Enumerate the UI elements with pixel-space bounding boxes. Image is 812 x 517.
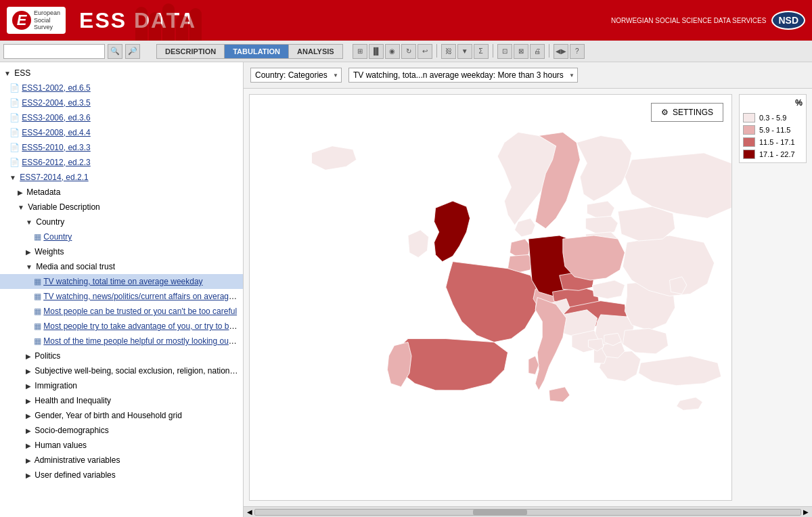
- tree-health[interactable]: ▶ Health and Inequality: [0, 393, 243, 408]
- grid-icon-tv-news: ▦: [34, 292, 41, 301]
- tree-country-group-label[interactable]: Country: [36, 217, 64, 227]
- tree-tv-news[interactable]: ▦ TV watching, news/politics/current aff…: [0, 289, 243, 304]
- tree-vardesc-label[interactable]: Variable Description: [28, 202, 100, 212]
- print-icon-btn[interactable]: 🖨: [530, 44, 545, 59]
- nav-icon-btn[interactable]: ◀▶: [554, 44, 568, 59]
- tree-weights-label[interactable]: Weights: [35, 247, 64, 256]
- tree-user-label[interactable]: User defined variables: [35, 470, 115, 480]
- country-slovakia: [593, 280, 625, 298]
- tree-ess6-label[interactable]: ESS6-2012, ed.2.3: [22, 158, 90, 167]
- pie-chart-icon-btn[interactable]: ◉: [385, 44, 400, 59]
- grid-icon-trust: ▦: [34, 307, 41, 316]
- tree-trust[interactable]: ▦ Most people can be trusted or you can'…: [0, 304, 243, 319]
- tree-gender-label[interactable]: Gender, Year of birth and Household grid: [35, 411, 182, 420]
- tree-country-group[interactable]: ▼ Country: [0, 215, 243, 229]
- refresh-icon-btn[interactable]: ↻: [401, 44, 416, 59]
- tree-country-label[interactable]: Country: [43, 232, 72, 242]
- tree-ess4[interactable]: 📄 ESS4-2008, ed.4.4: [0, 125, 243, 140]
- tree-weights[interactable]: ▶ Weights: [0, 244, 243, 259]
- scroll-right-btn[interactable]: ▶: [801, 508, 811, 516]
- tv-filter[interactable]: TV watching, tota...n average weekday: M…: [348, 68, 578, 83]
- bar-chart-icon-btn[interactable]: ▐▌: [369, 44, 384, 59]
- tree-advantage[interactable]: ▦ Most people try to take advantage of y…: [0, 319, 243, 334]
- legend-item-2: 5.9 - 11.5: [743, 125, 803, 135]
- tree-tv-total-label[interactable]: TV watching, total time on average weekd…: [43, 277, 202, 286]
- country-estonia: [587, 201, 614, 218]
- tab-analysis[interactable]: ANALYSIS: [289, 45, 342, 58]
- scroll-track[interactable]: [254, 509, 801, 516]
- tree-user-defined[interactable]: ▶ User defined variables: [0, 468, 243, 482]
- header-right: NORWEGIAN SOCIAL SCIENCE DATA SERVICES N…: [611, 0, 805, 41]
- tree-politics-toggle: ▶: [26, 353, 31, 360]
- country-bulgaria: [623, 328, 668, 354]
- tree-trust-label[interactable]: Most people can be trusted or you can't …: [43, 307, 237, 316]
- tree-ess2-label[interactable]: ESS2-2004, ed.3.5: [22, 98, 90, 108]
- undo-icon-btn[interactable]: ↩: [418, 44, 432, 59]
- export-icon-btn[interactable]: ⊡: [497, 44, 512, 59]
- tree-tv-news-label[interactable]: TV watching, news/politics/current affai…: [43, 292, 243, 301]
- tree-admin[interactable]: ▶ Administrative variables: [0, 453, 243, 468]
- legend-label-4: 17.1 - 22.7: [759, 150, 795, 158]
- scroll-left-btn[interactable]: ◀: [245, 508, 254, 516]
- tree-politics[interactable]: ▶ Politics: [0, 349, 243, 363]
- tree-tv-total[interactable]: ▦ TV watching, total time on average wee…: [0, 274, 243, 289]
- tree-socio[interactable]: ▶ Socio-demographics: [0, 423, 243, 438]
- legend: % 0.3 - 5.9 5.9 - 11.5 11.5 - 17.1 17.1 …: [739, 94, 807, 163]
- tree-socio-label[interactable]: Socio-demographics: [35, 426, 108, 435]
- tree-ess2[interactable]: 📄 ESS2-2004, ed.3.5: [0, 95, 243, 110]
- tree-ess6[interactable]: 📄 ESS6-2012, ed.2.3: [0, 155, 243, 170]
- bottom-scrollbar[interactable]: ◀ ▶: [244, 506, 812, 517]
- tree-ess5-label[interactable]: ESS5-2010, ed.3.3: [22, 143, 90, 152]
- tree-socio-toggle: ▶: [26, 427, 31, 434]
- tree-human-values[interactable]: ▶ Human values: [0, 438, 243, 453]
- tab-description[interactable]: DESCRIPTION: [157, 45, 225, 58]
- tree-ess7[interactable]: ▼ ESS7-2014, ed.2.1: [0, 170, 243, 185]
- tree-ess3[interactable]: 📄 ESS3-2006, ed.3.6: [0, 110, 243, 125]
- tree-advantage-label[interactable]: Most people try to take advantage of you…: [43, 321, 243, 331]
- tree-politics-label[interactable]: Politics: [35, 351, 60, 361]
- tree-root[interactable]: ▼ ESS: [0, 66, 243, 81]
- link-icon-btn[interactable]: ⛓: [441, 44, 456, 59]
- tree-country-item[interactable]: ▦ Country: [0, 229, 243, 244]
- search-button[interactable]: 🔍: [108, 44, 122, 59]
- scroll-thumb[interactable]: [473, 510, 527, 515]
- search-input[interactable]: [3, 44, 105, 59]
- settings-button[interactable]: ⚙ SETTINGS: [651, 103, 723, 122]
- country-uk: [434, 201, 470, 262]
- tree-wellbeing[interactable]: ▶ Subjective well-being, social exclusio…: [0, 363, 243, 378]
- tree-media-label: Media and social trust: [36, 262, 115, 271]
- tree-country-toggle: ▼: [26, 219, 32, 226]
- tree-immigration-label[interactable]: Immigration: [35, 381, 77, 390]
- tree-metadata[interactable]: ▶ Metadata: [0, 185, 243, 200]
- tree-metadata-label[interactable]: Metadata: [26, 187, 60, 197]
- tree-helpful-label[interactable]: Most of the time people helpful or mostl…: [43, 336, 243, 346]
- tree-immigration[interactable]: ▶ Immigration: [0, 378, 243, 393]
- tree-media[interactable]: ▼ Media and social trust: [0, 259, 243, 274]
- country-filter[interactable]: Country: Categories: [250, 68, 342, 83]
- tree-ess4-label[interactable]: ESS4-2008, ed.4.4: [22, 128, 90, 137]
- tree-helpful[interactable]: ▦ Most of the time people helpful or mos…: [0, 334, 243, 349]
- tree-wellbeing-label[interactable]: Subjective well-being, social exclusion,…: [35, 366, 243, 376]
- sigma-icon-btn[interactable]: Σ: [474, 44, 489, 59]
- tree-ess1[interactable]: 📄 ESS1-2002, ed.6.5: [0, 81, 243, 95]
- tree-admin-label[interactable]: Administrative variables: [35, 455, 120, 465]
- tree-gender[interactable]: ▶ Gender, Year of birth and Household gr…: [0, 408, 243, 423]
- legend-label-1: 0.3 - 5.9: [759, 114, 786, 122]
- copy-icon-btn[interactable]: ⊠: [514, 44, 528, 59]
- tree-ess5[interactable]: 📄 ESS5-2010, ed.3.3: [0, 140, 243, 155]
- nsd-badge: NSD: [771, 11, 805, 30]
- tree-ess1-label[interactable]: ESS1-2002, ed.6.5: [22, 83, 90, 93]
- ess-logo-emblem: E: [12, 11, 31, 30]
- tree-ess3-label[interactable]: ESS3-2006, ed.3.6: [22, 113, 90, 122]
- grid-icon-btn[interactable]: ⊞: [353, 44, 367, 59]
- tree-human-values-label[interactable]: Human values: [35, 441, 87, 450]
- tree-ess7-label[interactable]: ESS7-2014, ed.2.1: [20, 173, 88, 182]
- tree-health-label[interactable]: Health and Inequality: [35, 396, 111, 405]
- help-icon-btn[interactable]: ?: [570, 44, 585, 59]
- tab-tabulation[interactable]: TABULATION: [225, 45, 289, 58]
- tree-vardesc[interactable]: ▼ Variable Description: [0, 200, 243, 215]
- europe-map: [250, 95, 731, 500]
- tab-group: DESCRIPTION TABULATION ANALYSIS: [156, 44, 343, 59]
- filter-icon-btn[interactable]: ▼: [457, 44, 472, 59]
- advanced-search-button[interactable]: 🔎: [125, 44, 140, 59]
